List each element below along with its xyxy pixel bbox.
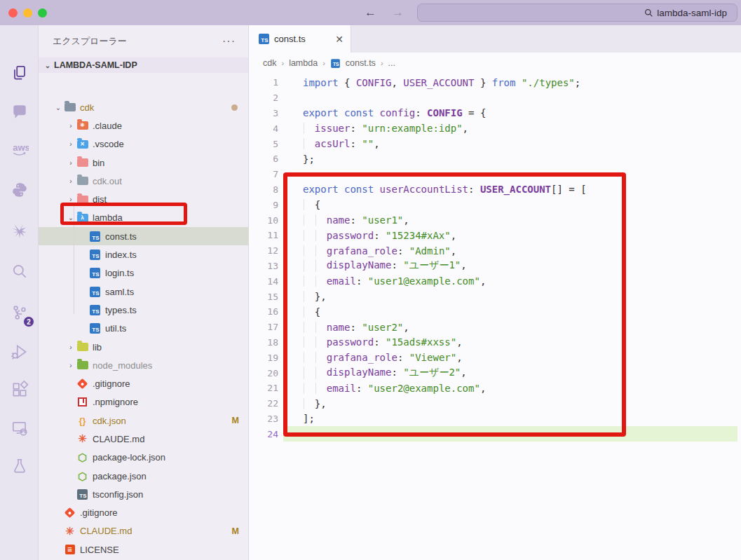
file-label: .npmignore — [93, 397, 138, 407]
aws-icon[interactable]: aws — [0, 134, 39, 166]
tree-item-bin[interactable]: ›bin — [39, 153, 249, 172]
tree-item-package-lock.json[interactable]: ⬡package-lock.json — [39, 449, 249, 467]
line-number: 3 — [249, 108, 278, 118]
file-label: util.ts — [105, 323, 126, 334]
file-label: .gitignore — [80, 507, 117, 518]
tree-item-CLAUDE.md[interactable]: ✳CLAUDE.mdM — [39, 522, 249, 540]
breadcrumb-cdk[interactable]: cdk — [263, 58, 276, 68]
chevron-right-icon: › — [322, 59, 325, 67]
extensions-icon[interactable] — [0, 374, 39, 406]
code-line[interactable]: 5 acsUrl: "", — [249, 136, 741, 151]
code-text: export const config: CONFIG = { — [278, 107, 486, 118]
close-window-button[interactable] — [8, 8, 18, 18]
tree-item-.npmignore[interactable]: .npmignore — [39, 393, 249, 411]
chevron-right-icon[interactable]: › — [65, 159, 76, 167]
line-number: 13 — [249, 261, 278, 271]
line-number: 4 — [249, 123, 278, 134]
tree-item-login.ts[interactable]: TSlogin.ts — [39, 264, 249, 282]
json-file-icon: {} — [76, 415, 88, 426]
git-modified-badge: M — [232, 526, 239, 536]
scm-badge: 2 — [23, 316, 34, 327]
file-label: package.json — [93, 471, 147, 482]
close-tab-icon[interactable]: ✕ — [335, 34, 344, 45]
code-text: import { CONFIG, USER_ACCOUNT } from "./… — [278, 77, 580, 88]
annotation-box-code — [283, 172, 626, 437]
run-debug-icon[interactable] — [0, 336, 39, 368]
explorer-more-actions-icon[interactable]: ··· — [222, 35, 236, 48]
chevron-right-icon[interactable]: › — [65, 343, 76, 351]
explorer-icon[interactable] — [0, 57, 39, 89]
file-label: const.ts — [105, 231, 137, 242]
code-text: issuer: "urn:example:idp", — [278, 123, 468, 134]
code-line[interactable]: 2 — [249, 90, 741, 106]
tree-item-cdk[interactable]: ⌄cdk — [39, 98, 249, 116]
minimize-window-button[interactable] — [23, 8, 32, 18]
tree-item-types.ts[interactable]: TStypes.ts — [39, 301, 249, 319]
tree-item-nodemodules[interactable]: ›node_modules — [39, 356, 249, 374]
chevron-down-icon: ⌄ — [43, 62, 53, 69]
chevron-right-icon[interactable]: › — [65, 140, 76, 148]
tree-item-.vscode[interactable]: ›✕.vscode — [39, 135, 249, 153]
file-label: cdk.json — [93, 416, 126, 426]
line-number: 15 — [249, 292, 278, 302]
breadcrumb-lambda[interactable]: lambda — [289, 58, 318, 68]
line-number: 21 — [249, 383, 278, 393]
testing-beaker-icon[interactable] — [0, 450, 39, 482]
chevron-right-icon[interactable]: › — [65, 122, 76, 130]
code-line[interactable]: 4 issuer: "urn:example:idp", — [249, 121, 741, 136]
typescript-file-icon: TS — [89, 323, 101, 334]
tree-item-LICENSE[interactable]: ≣LICENSE — [39, 540, 249, 559]
titlebar: ← → lambda-saml-idp — [0, 0, 741, 25]
typescript-file-icon: TS — [89, 250, 101, 261]
project-section-header[interactable]: ⌄ LAMBDA-SAML-IDP — [39, 57, 248, 73]
breadcrumb: cdk › lambda › TS const.ts › ... — [249, 53, 741, 74]
chevron-right-icon[interactable]: › — [65, 362, 76, 369]
code-line[interactable]: 1import { CONFIG, USER_ACCOUNT } from ".… — [249, 75, 741, 90]
file-label: package-lock.json — [93, 452, 165, 463]
python-icon[interactable] — [0, 174, 39, 206]
search-sidebar-icon[interactable] — [0, 255, 39, 287]
tree-item-const.ts[interactable]: TSconst.ts — [39, 227, 249, 245]
tab-label: const.ts — [274, 34, 306, 44]
tree-item-cdk.out[interactable]: ›cdk.out — [39, 172, 249, 190]
code-line[interactable]: 6}; — [249, 151, 741, 167]
tree-item-cdk.json[interactable]: {}cdk.jsonM — [39, 411, 249, 430]
extension-splat-icon[interactable] — [0, 214, 39, 247]
source-control-icon[interactable]: 2 — [0, 296, 39, 329]
line-number: 17 — [249, 322, 278, 332]
svg-text:aws: aws — [13, 142, 29, 153]
explorer-title: エクスプローラー — [53, 35, 127, 48]
code-line[interactable]: 3export const config: CONFIG = { — [249, 106, 741, 121]
tree-item-.gitignore[interactable]: .gitignore — [39, 374, 249, 392]
tree-item-.gitignore[interactable]: .gitignore — [39, 504, 249, 522]
tree-item-package.json[interactable]: ⬡package.json — [39, 467, 249, 485]
tree-item-index.ts[interactable]: TSindex.ts — [39, 245, 249, 264]
chat-icon[interactable] — [0, 96, 39, 128]
tree-item-.claude[interactable]: ›✳.claude — [39, 116, 249, 135]
claude-file-icon: ✳ — [76, 433, 88, 444]
tab-const-ts[interactable]: TS const.ts ✕ — [249, 25, 351, 53]
code-text: }; — [278, 153, 315, 165]
tree-item-lib[interactable]: ›lib — [39, 338, 249, 356]
folder-icon: ✕ — [76, 139, 88, 150]
breadcrumb-symbol[interactable]: ... — [388, 58, 395, 68]
chevron-down-icon[interactable]: ⌄ — [53, 104, 64, 111]
back-arrow-icon[interactable]: ← — [365, 6, 376, 20]
tree-item-util.ts[interactable]: TSutil.ts — [39, 320, 249, 338]
chevron-right-icon[interactable]: › — [65, 177, 76, 185]
typescript-file-icon: TS — [89, 268, 101, 279]
file-label: node_modules — [93, 360, 152, 371]
file-label: CLAUDE.md — [93, 434, 144, 444]
tree-item-CLAUDE.md[interactable]: ✳CLAUDE.md — [39, 430, 249, 448]
git-modified-badge: M — [232, 416, 239, 425]
remote-explorer-icon[interactable] — [0, 412, 39, 444]
typescript-file-icon: TS — [89, 304, 101, 315]
maximize-window-button[interactable] — [38, 8, 47, 18]
tree-item-tsconfig.json[interactable]: TStsconfig.json — [39, 485, 249, 503]
code-text: acsUrl: "", — [278, 138, 380, 149]
command-center-search[interactable]: lambda-saml-idp — [417, 4, 737, 22]
tab-bar: TS const.ts ✕ — [249, 25, 741, 53]
forward-arrow-icon[interactable]: → — [392, 6, 404, 20]
tree-item-saml.ts[interactable]: TSsaml.ts — [39, 282, 249, 301]
breadcrumb-file[interactable]: const.ts — [346, 58, 376, 68]
